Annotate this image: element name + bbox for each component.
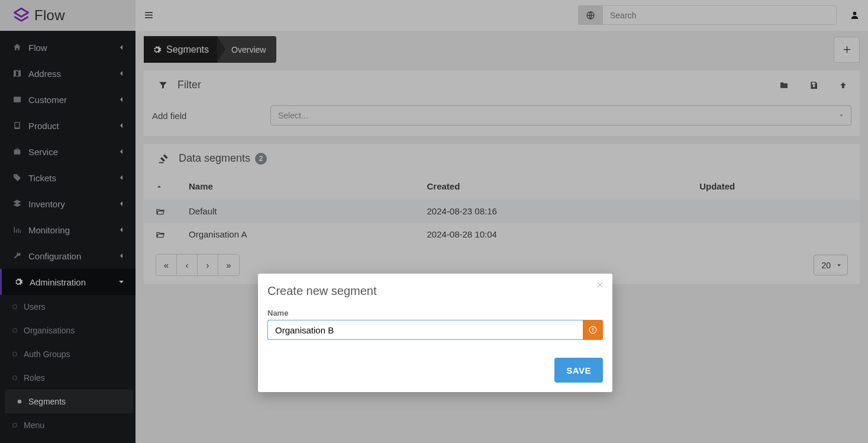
exclamation-icon — [589, 326, 597, 334]
name-field-label: Name — [267, 309, 603, 317]
create-segment-modal: Create new segment Name SAVE — [258, 274, 612, 392]
segment-name-input[interactable] — [267, 320, 583, 340]
save-button[interactable]: SAVE — [554, 358, 603, 383]
validation-warning-button[interactable] — [583, 320, 603, 340]
modal-title: Create new segment — [267, 284, 603, 298]
modal-close-button[interactable] — [596, 281, 604, 289]
close-icon — [596, 281, 604, 289]
